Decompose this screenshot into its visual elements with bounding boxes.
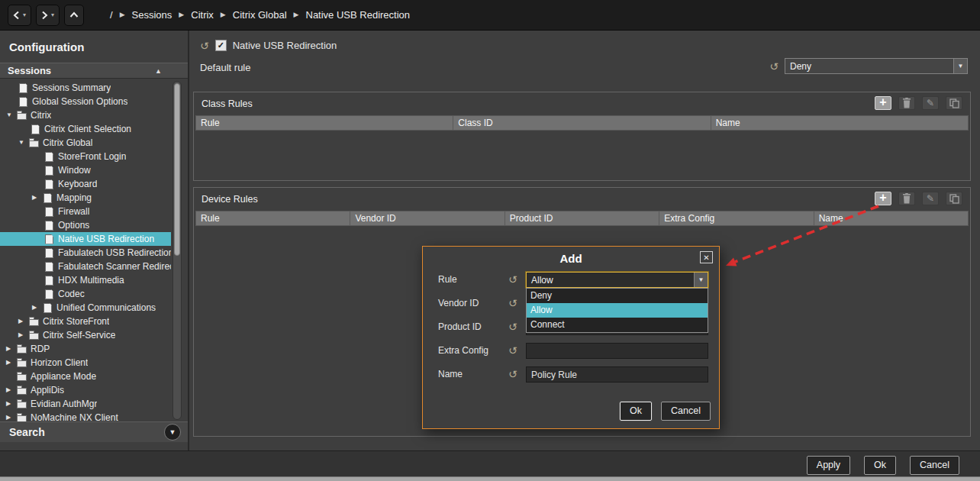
extra-config-field-label: Extra Config bbox=[438, 345, 488, 356]
tree-item-native-usb-redirection[interactable]: Native USB Redirection bbox=[0, 232, 171, 246]
ok-button[interactable]: Ok bbox=[864, 456, 896, 475]
configuration-sidebar: Configuration Sessions ▲ Sessions Summar… bbox=[0, 31, 189, 450]
tree-expand-icon[interactable]: ▶ bbox=[6, 401, 17, 407]
back-history-caret-icon[interactable]: ▾ bbox=[23, 11, 26, 18]
up-button[interactable] bbox=[64, 5, 84, 26]
tree-item-citrix-self-service[interactable]: ▶Citrix Self-Service bbox=[0, 328, 171, 342]
tree-item-evidian-authmgr[interactable]: ▶Evidian AuthMgr bbox=[0, 397, 171, 411]
reset-icon[interactable]: ↺ bbox=[508, 369, 517, 379]
tree-expand-icon[interactable]: ▶ bbox=[32, 195, 43, 201]
doc-icon bbox=[44, 248, 55, 258]
doc-icon bbox=[44, 179, 55, 189]
name-input[interactable] bbox=[526, 366, 708, 383]
tree-item-horizon-client[interactable]: ▶Horizon Client bbox=[0, 356, 171, 370]
forward-history-caret-icon[interactable]: ▾ bbox=[51, 11, 54, 18]
reset-icon[interactable]: ↺ bbox=[508, 298, 517, 308]
delete-class-rule-button[interactable] bbox=[898, 96, 915, 110]
dropdown-option-connect[interactable]: Connect bbox=[527, 318, 708, 332]
tree-item-nomachine-nx-client[interactable]: ▶NoMachine NX Client bbox=[0, 411, 171, 421]
tree-expand-icon[interactable]: ▶ bbox=[6, 387, 17, 393]
reset-icon[interactable]: ↺ bbox=[200, 40, 209, 51]
sidebar-scrollbar[interactable] bbox=[172, 81, 182, 420]
tree-expand-icon[interactable]: ▶ bbox=[18, 332, 29, 338]
tree-item-citrix-storefront[interactable]: ▶Citrix StoreFront bbox=[0, 315, 171, 328]
breadcrumb-item-citrix-global[interactable]: Citrix Global bbox=[233, 9, 287, 21]
rule-dropdown[interactable]: Allow ▼ bbox=[526, 272, 708, 288]
tree-item-citrix-global[interactable]: ▼Citrix Global bbox=[0, 136, 171, 150]
tree-expand-icon[interactable]: ▶ bbox=[6, 360, 17, 366]
collapse-section-icon[interactable]: ▲ bbox=[155, 67, 162, 75]
breadcrumb-item-native-usb-redirection[interactable]: Native USB Redirection bbox=[306, 9, 411, 21]
dropdown-option-deny[interactable]: Deny bbox=[527, 289, 708, 303]
column-header-name[interactable]: Name bbox=[711, 116, 968, 130]
tree-expand-icon[interactable]: ▶ bbox=[6, 415, 17, 421]
apply-button[interactable]: Apply bbox=[807, 456, 850, 475]
dropdown-arrow-icon[interactable]: ▼ bbox=[953, 59, 967, 73]
tree-item-applidis[interactable]: ▶AppliDis bbox=[0, 383, 171, 397]
breadcrumb-item-citrix[interactable]: Citrix bbox=[191, 9, 214, 21]
reset-icon[interactable]: ↺ bbox=[769, 61, 779, 72]
horizontal-scrollbar[interactable] bbox=[0, 476, 980, 481]
add-class-rule-button[interactable]: + bbox=[875, 96, 891, 110]
tree-item-label: Keyboard bbox=[58, 179, 97, 189]
column-header-vendor-id[interactable]: Vendor ID bbox=[350, 211, 505, 225]
tree-item-mapping[interactable]: ▶Mapping bbox=[0, 191, 171, 205]
tree-item-fabulatech-scanner-redirection[interactable]: Fabulatech Scanner Redirection bbox=[0, 260, 171, 273]
tree-expand-icon[interactable]: ▶ bbox=[6, 346, 17, 352]
search-section-header[interactable]: Search ▼ bbox=[0, 421, 188, 442]
tree-expand-icon[interactable]: ▶ bbox=[18, 318, 29, 324]
tree-item-sessions-summary[interactable]: Sessions Summary bbox=[0, 81, 171, 95]
cancel-button[interactable]: Cancel bbox=[910, 456, 959, 475]
native-usb-redirection-checkbox[interactable]: ✓ bbox=[215, 40, 227, 51]
tree-item-label: Native USB Redirection bbox=[58, 234, 154, 244]
edit-device-rule-button[interactable]: ✎ bbox=[922, 192, 939, 205]
breadcrumb: /▶Sessions▶Citrix▶Citrix Global▶Native U… bbox=[110, 9, 410, 21]
edit-class-rule-button[interactable]: ✎ bbox=[922, 96, 939, 110]
dialog-close-button[interactable]: ✕ bbox=[700, 251, 713, 263]
tree-item-rdp[interactable]: ▶RDP bbox=[0, 342, 171, 356]
reset-icon[interactable]: ↺ bbox=[508, 321, 517, 332]
tree-item-storefront-login[interactable]: StoreFront Login bbox=[0, 150, 171, 163]
tree-item-citrix-client-selection[interactable]: Citrix Client Selection bbox=[0, 122, 171, 136]
column-header-name[interactable]: Name bbox=[814, 211, 968, 225]
add-device-rule-button[interactable]: + bbox=[875, 192, 891, 205]
tree-collapse-icon[interactable]: ▼ bbox=[6, 112, 17, 118]
dropdown-arrow-icon[interactable]: ▼ bbox=[694, 273, 708, 287]
column-header-rule[interactable]: Rule bbox=[196, 211, 350, 225]
tree-item-options[interactable]: Options bbox=[0, 218, 171, 232]
tree-item-unified-communications[interactable]: ▶Unified Communications bbox=[0, 301, 171, 315]
expand-search-button[interactable]: ▼ bbox=[164, 424, 181, 441]
copy-device-rule-button[interactable] bbox=[946, 192, 962, 205]
back-button[interactable]: ▾ bbox=[8, 5, 31, 26]
default-rule-dropdown[interactable]: Deny ▼ bbox=[785, 58, 968, 74]
tree-item-fabulatech-usb-redirection[interactable]: Fabulatech USB Redirection bbox=[0, 246, 171, 260]
tree-collapse-icon[interactable]: ▼ bbox=[18, 140, 29, 146]
reset-icon[interactable]: ↺ bbox=[508, 345, 517, 356]
extra-config-input[interactable] bbox=[526, 343, 708, 359]
sessions-section-header[interactable]: Sessions ▲ bbox=[0, 63, 188, 79]
tree-item-keyboard[interactable]: Keyboard bbox=[0, 177, 171, 191]
forward-button[interactable]: ▾ bbox=[36, 5, 60, 26]
tree-item-window[interactable]: Window bbox=[0, 163, 171, 177]
breadcrumb-item-sessions[interactable]: Sessions bbox=[132, 9, 172, 21]
column-header-product-id[interactable]: Product ID bbox=[505, 211, 659, 225]
delete-device-rule-button[interactable] bbox=[898, 192, 915, 205]
tree-item-label: HDX Multimedia bbox=[58, 275, 124, 286]
column-header-extra-config[interactable]: Extra Config bbox=[659, 211, 814, 225]
tree-expand-icon[interactable]: ▶ bbox=[32, 305, 43, 311]
column-header-rule[interactable]: Rule bbox=[196, 116, 453, 130]
tree-item-firewall[interactable]: Firewall bbox=[0, 205, 171, 218]
tree-item-global-session-options[interactable]: Global Session Options bbox=[0, 95, 171, 108]
dropdown-option-allow[interactable]: Allow bbox=[527, 303, 708, 318]
tree-item-citrix[interactable]: ▼Citrix bbox=[0, 108, 171, 122]
reset-icon[interactable]: ↺ bbox=[508, 274, 517, 285]
dialog-ok-button[interactable]: Ok bbox=[620, 402, 652, 421]
dialog-cancel-button[interactable]: Cancel bbox=[661, 402, 711, 421]
tree-item-hdx-multimedia[interactable]: HDX Multimedia bbox=[0, 273, 171, 287]
column-header-class-id[interactable]: Class ID bbox=[453, 116, 711, 130]
copy-class-rule-button[interactable] bbox=[946, 96, 962, 110]
tree-item-codec[interactable]: Codec bbox=[0, 287, 171, 301]
tree-item-appliance-mode[interactable]: Appliance Mode bbox=[0, 370, 171, 383]
doc-icon bbox=[44, 262, 55, 272]
sidebar-scrollbar-thumb[interactable] bbox=[174, 83, 180, 256]
